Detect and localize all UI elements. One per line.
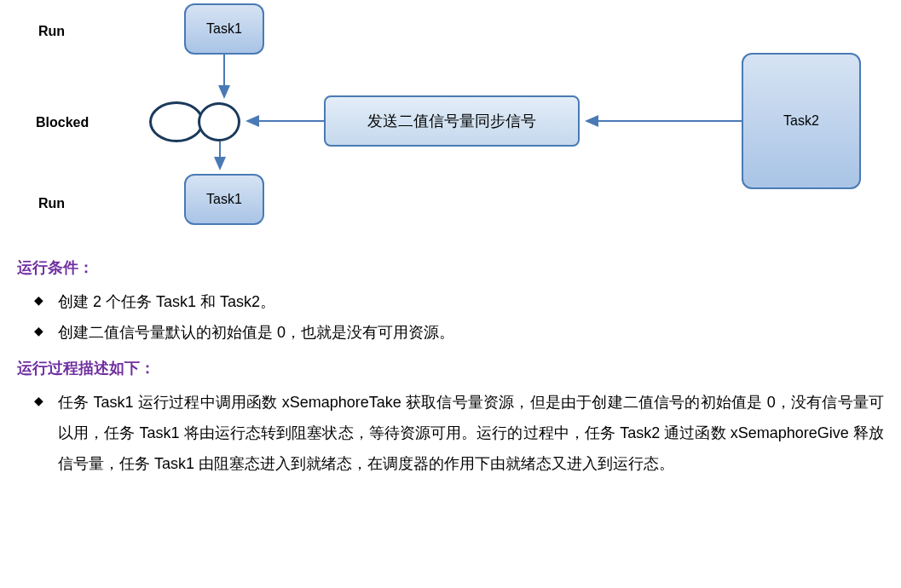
condition-item: 创建二值信号量默认的初始值是 0，也就是没有可用资源。	[34, 317, 884, 348]
state-ellipse-right	[198, 102, 240, 141]
diagram-area: Run Blocked Run Task1 Task1 发送二值信号量同步信号 …	[0, 0, 901, 239]
conditions-list: 创建 2 个任务 Task1 和 Task2。 创建二值信号量默认的初始值是 0…	[17, 286, 884, 348]
state-ellipse-left	[149, 101, 204, 142]
task2-box: Task2	[742, 53, 861, 189]
row-label-blocked: Blocked	[36, 115, 89, 130]
row-label-run-top: Run	[38, 24, 65, 39]
message-box: 发送二值信号量同步信号	[324, 95, 580, 147]
task1-bottom-box: Task1	[184, 174, 264, 225]
text-section: 运行条件： 创建 2 个任务 Task1 和 Task2。 创建二值信号量默认的…	[0, 239, 901, 499]
condition-item: 创建 2 个任务 Task1 和 Task2。	[34, 286, 884, 317]
row-label-run-bottom: Run	[38, 196, 65, 211]
conditions-heading: 运行条件：	[17, 252, 884, 283]
task1-top-box: Task1	[184, 3, 264, 55]
process-heading: 运行过程描述如下：	[17, 353, 884, 383]
process-item: 任务 Task1 运行过程中调用函数 xSemaphoreTake 获取信号量资…	[34, 387, 884, 479]
process-list: 任务 Task1 运行过程中调用函数 xSemaphoreTake 获取信号量资…	[17, 387, 884, 479]
